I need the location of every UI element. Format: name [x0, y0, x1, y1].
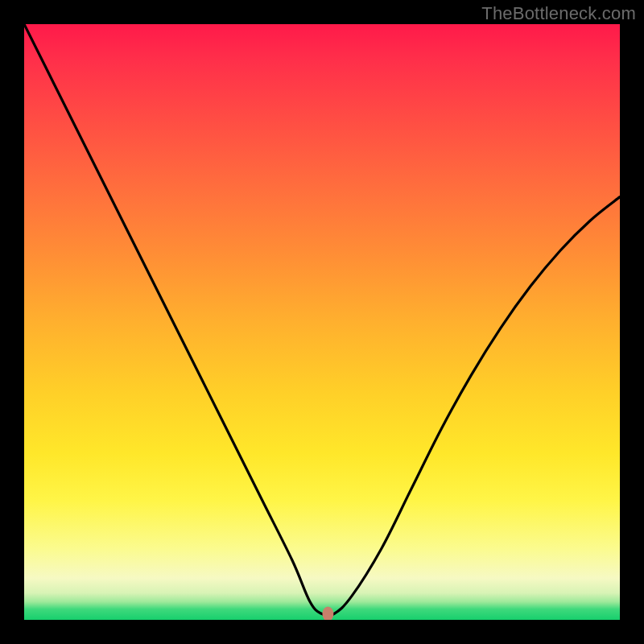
curve-layer — [24, 24, 620, 620]
minimum-marker — [322, 607, 333, 620]
plot-area — [24, 24, 620, 620]
bottleneck-curve — [24, 24, 620, 616]
watermark-text: TheBottleneck.com — [481, 3, 636, 24]
chart-frame: TheBottleneck.com — [0, 0, 644, 644]
